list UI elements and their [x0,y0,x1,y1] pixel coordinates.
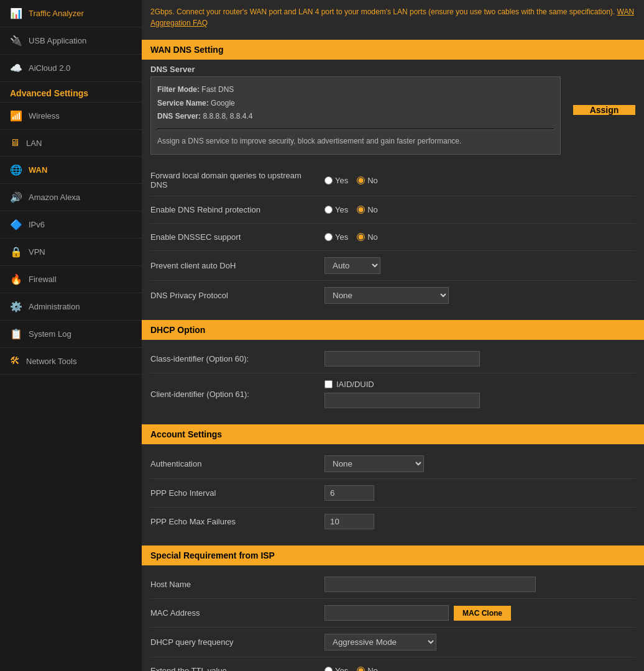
sidebar-label-amazon-alexa: Amazon Alexa [29,193,80,202]
extend-ttl-row: Extend the TTL value Yes No [150,657,635,671]
forward-local-no-label[interactable]: No [357,176,378,185]
ppp-echo-interval-input[interactable] [324,485,374,501]
dhcp-freq-label: DHCP query frequency [150,637,324,647]
mac-address-value: MAC Clone [324,605,635,621]
sidebar-item-wan[interactable]: 🌐 WAN [0,157,142,184]
firewall-icon: 🔥 [10,273,22,285]
advanced-settings-header: Advanced Settings [0,82,142,103]
extend-ttl-no-radio[interactable] [357,667,365,671]
dhcp-section-header: DHCP Option [142,320,644,340]
dns-server-info-value: 8.8.8.8, 8.8.4.4 [203,112,252,121]
iaid-duid-checkbox[interactable] [324,380,333,388]
service-name-value: Google [211,99,235,107]
dns-privacy-row: DNS Privacy Protocol None DNS-over-TLS (… [150,281,635,310]
sidebar-item-firewall[interactable]: 🔥 Firewall [0,266,142,293]
sidebar-label-lan: LAN [26,139,42,148]
forward-local-value: Yes No [324,176,635,185]
dns-rebind-yes-radio[interactable] [324,206,333,214]
extend-ttl-no-label[interactable]: No [357,666,378,671]
dnssec-yes-label[interactable]: Yes [324,232,348,242]
sidebar-label-firewall: Firewall [29,275,57,284]
ppp-echo-interval-row: PPP Echo Interval [150,479,635,508]
account-form: Authentication None PAP CHAP MSCHAP MSCH… [142,444,644,541]
forward-local-row: Forward local domain queries to upstream… [150,165,635,196]
host-name-row: Host Name [150,570,635,599]
system-log-icon: 📋 [10,328,22,340]
class-id-row: Class-identifier (Option 60): [150,345,635,373]
sidebar-label-usb-application: USB Application [29,36,86,45]
dnssec-yes-radio[interactable] [324,233,333,241]
sidebar-item-ipv6[interactable]: 🔷 IPv6 [0,211,142,239]
dns-rebind-no-label[interactable]: No [357,205,378,214]
forward-local-no-radio[interactable] [357,176,365,185]
class-id-input[interactable] [324,351,480,367]
filter-mode-label: Filter Mode: [157,85,200,94]
traffic-analyzer-icon: 📊 [10,7,22,19]
sidebar-item-vpn[interactable]: 🔒 VPN [0,239,142,266]
lan-icon: 🖥 [10,137,20,148]
sidebar-item-network-tools[interactable]: 🛠 Network Tools [0,348,142,375]
sidebar-item-amazon-alexa[interactable]: 🔊 Amazon Alexa [0,184,142,211]
dnssec-no-label[interactable]: No [357,232,378,242]
dnssec-no-radio[interactable] [357,233,365,241]
auth-label: Authentication [150,459,324,468]
ppp-echo-max-input[interactable] [324,514,374,529]
ppp-echo-max-label: PPP Echo Max Failures [150,517,324,526]
forward-local-yes-radio[interactable] [324,176,333,185]
dns-rebind-label: Enable DNS Rebind protection [150,205,324,214]
iaid-duid-row: IAID/DUID [324,380,635,389]
mac-address-input[interactable] [324,605,449,621]
dhcp-freq-select[interactable]: Aggressive Mode Normal Mode [324,634,436,650]
client-id-value: IAID/DUID [324,380,635,408]
extend-ttl-yes-label[interactable]: Yes [324,666,348,671]
dhcp-form: Class-identifier (Option 60): Client-ide… [142,340,644,419]
sidebar-item-administration[interactable]: ⚙️ Administration [0,293,142,321]
prevent-doh-select[interactable]: Auto Disabled Enabled [324,257,380,274]
prevent-doh-value: Auto Disabled Enabled [324,257,635,274]
sidebar-item-lan[interactable]: 🖥 LAN [0,130,142,157]
dns-rebind-no-radio[interactable] [357,206,365,214]
sidebar-item-system-log[interactable]: 📋 System Log [0,321,142,348]
auth-row: Authentication None PAP CHAP MSCHAP MSCH… [150,449,635,479]
dhcp-freq-row: DHCP query frequency Aggressive Mode Nor… [150,628,635,657]
wireless-icon: 📶 [10,110,22,122]
client-id-input[interactable] [324,393,480,408]
dns-server-info-label: DNS Server: [157,112,201,121]
assign-button[interactable]: Assign [573,105,635,115]
host-name-input[interactable] [324,577,536,592]
class-id-label: Class-identifier (Option 60): [150,354,324,363]
auth-select[interactable]: None PAP CHAP MSCHAP MSCHAPv2 [324,455,424,472]
prevent-doh-label: Prevent client auto DoH [150,261,324,270]
sidebar-label-system-log: System Log [29,329,71,339]
amazon-alexa-icon: 🔊 [10,191,22,203]
network-tools-icon: 🛠 [10,355,20,367]
dns-server-label-row: DNS Server [150,65,561,74]
dns-rebind-yes-label[interactable]: Yes [324,205,348,214]
dns-form: Forward local domain queries to upstream… [142,160,644,315]
dns-server-section: DNS Server Filter Mode: Fast DNS Service… [142,60,644,160]
dns-privacy-select[interactable]: None DNS-over-TLS (DoT) DNS-over-HTTPS (… [324,287,449,304]
extend-ttl-yes-radio[interactable] [324,667,333,671]
usb-application-icon: 🔌 [10,35,22,47]
sidebar-item-traffic-analyzer[interactable]: 📊 Traffic Analyzer [0,0,142,27]
administration-icon: ⚙️ [10,301,22,313]
forward-local-yes-label[interactable]: Yes [324,176,348,185]
ppp-echo-max-row: PPP Echo Max Failures [150,508,635,536]
sidebar-label-vpn: VPN [29,247,45,257]
client-id-row: Client-identifier (Option 61): IAID/DUID [150,373,635,414]
sidebar-item-aicloud[interactable]: ☁️ AiCloud 2.0 [0,55,142,82]
mac-clone-button[interactable]: MAC Clone [454,606,511,621]
dnssec-value: Yes No [324,232,635,242]
sidebar-item-wireless[interactable]: 📶 Wireless [0,103,142,130]
sidebar-label-administration: Administration [29,302,80,311]
sidebar-label-aicloud: AiCloud 2.0 [29,63,70,73]
sidebar-item-usb-application[interactable]: 🔌 USB Application [0,27,142,55]
wan-icon: 🌐 [10,164,22,176]
extend-ttl-value: Yes No [324,666,635,671]
isp-form: Host Name MAC Address MAC Clone DHCP que… [142,565,644,671]
forward-local-label: Forward local domain queries to upstream… [150,171,324,189]
sidebar-label-wireless: Wireless [29,111,60,121]
vpn-icon: 🔒 [10,246,22,258]
auth-value: None PAP CHAP MSCHAP MSCHAPv2 [324,455,635,472]
account-section-header: Account Settings [142,424,644,444]
